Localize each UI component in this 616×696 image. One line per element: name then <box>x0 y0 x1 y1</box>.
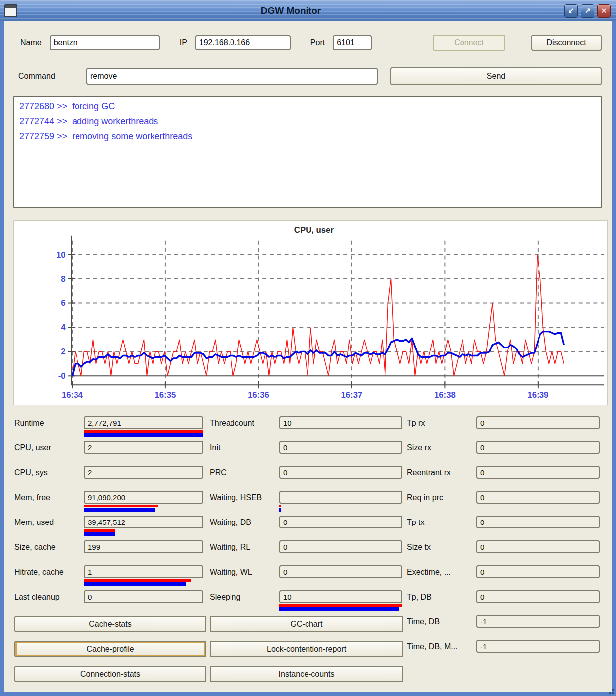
stat-value: 10 <box>283 419 292 427</box>
stat-field[interactable]: 0 <box>279 441 402 454</box>
stat-field[interactable]: 0 <box>476 516 600 528</box>
svg-text:16:34: 16:34 <box>62 390 83 400</box>
stat-value: 0 <box>88 593 92 601</box>
stat-row: Tp tx0 <box>407 516 600 540</box>
stat-label: Sleeping <box>210 590 279 615</box>
titlebar[interactable]: DGW Monitor ↙ ↗ ✕ <box>0 0 616 21</box>
cache-profile-button[interactable]: Cache-profile <box>14 641 206 657</box>
connection-row: Name IP Port Connect Disconnect <box>20 34 602 51</box>
actions-col-2: GC-chartLock-contention-reportInstance-c… <box>210 616 403 691</box>
stat-value: -1 <box>480 617 487 626</box>
stat-field[interactable]: 0 <box>279 540 402 553</box>
progress-bar-blue <box>84 532 115 536</box>
stat-field[interactable]: 10 <box>279 416 402 429</box>
maximize-button[interactable]: ↗ <box>581 4 594 18</box>
progress-bar-blue <box>279 508 281 512</box>
stat-value: 0 <box>283 443 287 452</box>
stat-field[interactable]: 91,090,200 <box>84 491 203 504</box>
instance-counts-button[interactable]: Instance-counts <box>210 666 403 682</box>
stat-field[interactable]: 0 <box>476 466 600 479</box>
svg-text:6: 6 <box>61 298 65 308</box>
stat-value: 0 <box>283 543 287 551</box>
stat-field[interactable]: 0 <box>279 565 402 578</box>
stat-value: 0 <box>480 518 484 526</box>
stat-row: Last cleanup0 <box>14 590 210 615</box>
stat-field[interactable]: 2 <box>84 441 203 454</box>
stat-value: 199 <box>88 543 100 551</box>
stat-field[interactable]: 2,772,791 <box>84 416 203 429</box>
stat-label: Init <box>210 441 279 466</box>
stat-field[interactable]: -1 <box>476 640 600 653</box>
log-area[interactable]: 2772680 >> forcing GC2772744 >> adding w… <box>13 96 602 208</box>
stat-row: Waiting, HSEB <box>210 491 407 516</box>
stats-column-1: Runtime2,772,791CPU, user2CPU, sys2Mem, … <box>14 416 210 691</box>
stat-row: Tp, DB0 <box>407 590 600 615</box>
close-button[interactable]: ✕ <box>597 4 611 18</box>
stat-field[interactable]: 10 <box>279 590 402 603</box>
stat-field[interactable]: -1 <box>476 615 600 628</box>
stat-label: Mem, free <box>14 491 84 516</box>
stats-column-3: Tp rx0Size rx0Reentrant rx0Req in prc0Tp… <box>407 416 612 691</box>
ip-input[interactable] <box>195 35 291 50</box>
ip-label: IP <box>180 38 187 47</box>
resize-grip[interactable] <box>612 692 614 694</box>
stat-label: PRC <box>210 466 279 491</box>
stat-row: Size tx0 <box>407 540 600 565</box>
stat-field[interactable]: 0 <box>279 466 402 479</box>
stat-field[interactable]: 0 <box>279 516 402 528</box>
connect-button[interactable]: Connect <box>433 35 505 51</box>
restore-arrow-icon: ↙ <box>568 6 574 15</box>
stat-row: Size rx0 <box>407 441 600 466</box>
stat-label: Threadcount <box>210 416 279 441</box>
stat-field[interactable]: 0 <box>476 540 600 553</box>
stat-field[interactable] <box>279 491 402 504</box>
progress-bar-blue <box>279 607 399 611</box>
stat-field[interactable]: 0 <box>476 416 600 429</box>
restore-button[interactable]: ↙ <box>564 4 578 18</box>
cache-stats-button[interactable]: Cache-stats <box>14 616 206 632</box>
window-icon[interactable] <box>4 4 17 17</box>
progress-bar-blue <box>84 582 186 586</box>
stat-field[interactable]: 2 <box>84 466 203 479</box>
gc-chart-button[interactable]: GC-chart <box>210 616 403 632</box>
stat-row: Req in prc0 <box>407 491 600 516</box>
stat-row: Time, DB, M...-1 <box>407 640 600 665</box>
stat-field[interactable]: 0 <box>84 590 203 603</box>
stats-rows-3: Tp rx0Size rx0Reentrant rx0Req in prc0Tp… <box>407 416 600 665</box>
stat-label: Hitrate, cache <box>14 565 84 590</box>
lock-contention-report-button[interactable]: Lock-contention-report <box>210 641 403 657</box>
svg-text:4: 4 <box>61 323 66 332</box>
port-input[interactable] <box>333 35 372 50</box>
stat-value: 0 <box>480 568 484 576</box>
svg-text:16:35: 16:35 <box>154 390 176 400</box>
connection-stats-button[interactable]: Connection-stats <box>14 666 206 682</box>
stat-field[interactable]: 0 <box>476 590 600 603</box>
stat-row: Exectime, ...0 <box>407 565 600 590</box>
stat-row: Reentrant rx0 <box>407 466 600 491</box>
stat-field[interactable]: 0 <box>476 491 600 504</box>
svg-text:16:36: 16:36 <box>248 390 269 400</box>
stat-field[interactable]: 39,457,512 <box>84 516 203 528</box>
stat-label: Mem, used <box>14 516 84 540</box>
name-input[interactable] <box>50 35 160 50</box>
stat-value: 0 <box>480 493 484 502</box>
stat-field[interactable]: 0 <box>476 441 600 454</box>
stat-value: 1 <box>88 568 92 576</box>
send-button[interactable]: Send <box>390 67 602 85</box>
stat-field[interactable]: 0 <box>476 565 600 578</box>
progress-bar-red <box>84 505 158 507</box>
stat-field[interactable]: 1 <box>84 565 203 578</box>
stat-row: Runtime2,772,791 <box>14 416 210 441</box>
stat-value: 0 <box>480 468 484 477</box>
stat-row: PRC0 <box>210 466 407 491</box>
stat-row: Tp rx0 <box>407 416 600 441</box>
stat-label: CPU, sys <box>14 466 84 491</box>
stat-row: Mem, free91,090,200 <box>14 491 210 516</box>
stat-field[interactable]: 199 <box>84 540 203 553</box>
stat-label: Size, cache <box>14 540 84 565</box>
log-line: 2772759 >> removing some workerthreads <box>19 129 596 144</box>
command-input[interactable] <box>86 68 378 85</box>
disconnect-button[interactable]: Disconnect <box>531 35 602 51</box>
command-label: Command <box>18 72 86 81</box>
progress-bar-red <box>84 579 191 582</box>
